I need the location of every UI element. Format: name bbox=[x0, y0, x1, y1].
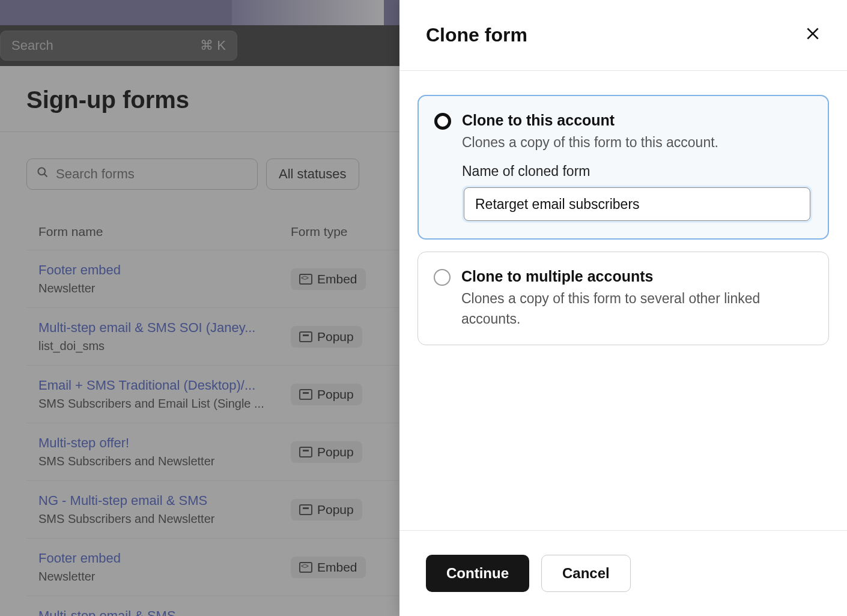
option-multi-title: Clone to multiple accounts bbox=[461, 268, 813, 285]
radio-selected-icon bbox=[434, 113, 451, 130]
option-clone-multiple-accounts[interactable]: Clone to multiple accounts Clones a copy… bbox=[417, 252, 829, 345]
option-this-title: Clone to this account bbox=[462, 112, 812, 129]
close-icon[interactable] bbox=[805, 26, 821, 44]
option-clone-this-account[interactable]: Clone to this account Clones a copy of t… bbox=[417, 95, 829, 240]
panel-footer: Continue Cancel bbox=[399, 530, 847, 616]
panel-body: Clone to this account Clones a copy of t… bbox=[399, 71, 847, 530]
cloned-name-input-focus-ring bbox=[462, 186, 812, 223]
cloned-name-input[interactable] bbox=[464, 187, 810, 221]
option-multi-desc: Clones a copy of this form to several ot… bbox=[461, 289, 813, 329]
panel-title: Clone form bbox=[426, 24, 527, 46]
continue-button[interactable]: Continue bbox=[426, 555, 529, 592]
clone-form-panel: Clone form Clone to this account Clones … bbox=[399, 0, 847, 616]
cloned-name-label: Name of cloned form bbox=[462, 163, 812, 180]
panel-header: Clone form bbox=[399, 0, 847, 71]
cancel-button[interactable]: Cancel bbox=[541, 555, 631, 592]
option-this-desc: Clones a copy of this form to this accou… bbox=[462, 133, 812, 152]
radio-unselected-icon bbox=[434, 269, 451, 286]
